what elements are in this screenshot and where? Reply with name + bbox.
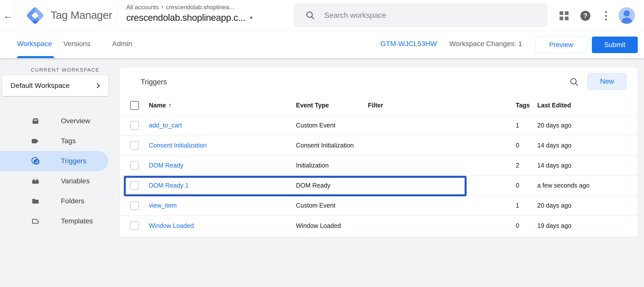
help-icon[interactable]: ?: [580, 11, 590, 21]
current-workspace-label: CURRENT WORKSPACE: [31, 67, 99, 73]
app-title: Tag Manager: [51, 9, 112, 21]
trigger-name-link[interactable]: add_to_cart: [149, 122, 182, 129]
cell-last-edited: 20 days ago: [537, 122, 637, 129]
cell-event-type: Custom Event: [296, 122, 368, 129]
cell-tags: 0: [516, 222, 537, 229]
default-workspace-selector[interactable]: Default Workspace: [2, 75, 108, 96]
container-id-link[interactable]: GTM-WJCL53HW: [380, 31, 437, 56]
table-row: view_item Custom Event 1 20 days ago: [120, 196, 637, 216]
tab-admin[interactable]: Admin: [112, 31, 132, 56]
avatar[interactable]: [618, 7, 635, 24]
column-header-filter: Filter: [368, 102, 516, 109]
cell-tags: 1: [516, 202, 537, 209]
column-header-tags: Tags: [516, 102, 537, 109]
submit-button[interactable]: Submit: [592, 37, 638, 53]
sidebar-item-label: Folders: [61, 197, 84, 205]
sidebar-item-tags[interactable]: Tags: [0, 131, 108, 151]
search-placeholder: Search workspace: [324, 11, 386, 20]
sidebar-item-folders[interactable]: Folders: [0, 191, 108, 211]
table-header-row: Name ↑ Event Type Filter Tags Last Edite…: [120, 95, 637, 115]
more-menu-icon[interactable]: [604, 11, 607, 20]
header-divider: [14, 0, 15, 19]
breadcrumb: All accounts › crescendolab.shoplinea...…: [126, 3, 253, 23]
table-search-icon[interactable]: [569, 77, 579, 87]
chevron-right-icon: [95, 82, 101, 89]
cell-last-edited: 20 days ago: [537, 202, 637, 209]
apps-grid-icon[interactable]: [560, 11, 569, 20]
person-icon: [618, 7, 635, 24]
help-glyph: ?: [583, 12, 588, 20]
column-header-last-edited: Last Edited: [537, 102, 637, 109]
new-trigger-button[interactable]: New: [587, 73, 627, 90]
row-checkbox[interactable]: [130, 161, 139, 170]
table-row: DOM Ready Initialization 2 14 days ago: [120, 156, 637, 176]
chevron-right-icon: ›: [161, 3, 163, 11]
sidebar-item-label: Variables: [61, 177, 90, 185]
trigger-name-link[interactable]: Window Loaded: [149, 222, 194, 229]
tab-versions[interactable]: Versions: [63, 31, 90, 56]
variable-icon: [31, 177, 40, 186]
trigger-name-link[interactable]: DOM Ready 1: [149, 182, 188, 189]
sidebar-item-templates[interactable]: Templates: [0, 211, 108, 231]
template-icon: [31, 217, 40, 226]
preview-button[interactable]: Preview: [535, 37, 587, 53]
cell-event-type: Consent Initialization: [296, 142, 368, 149]
search-input[interactable]: Search workspace: [294, 4, 548, 27]
cell-tags: 2: [516, 162, 537, 169]
cell-event-type: Initialization: [296, 162, 368, 169]
cell-last-edited: 19 days ago: [537, 222, 637, 229]
chevron-down-icon: ▾: [250, 15, 253, 21]
column-header-event-type: Event Type: [296, 102, 368, 109]
table-row-highlighted: DOM Ready 1 DOM Ready 0 a few seconds ag…: [120, 176, 637, 196]
cell-tags: 0: [516, 182, 537, 189]
tab-label: Versions: [63, 40, 90, 48]
sidebar-item-label: Overview: [61, 117, 90, 125]
overview-icon: [31, 116, 40, 126]
row-checkbox[interactable]: [130, 141, 139, 150]
sidebar-item-triggers[interactable]: Triggers: [0, 151, 108, 171]
cell-event-type: Window Loaded: [296, 222, 368, 229]
back-button[interactable]: ←: [2, 9, 14, 22]
sidebar-item-label: Tags: [61, 137, 76, 145]
row-checkbox[interactable]: [130, 201, 139, 210]
sidebar-nav: Overview Tags Triggers: [0, 111, 108, 231]
tab-label: Workspace: [17, 40, 52, 48]
sidebar-item-variables[interactable]: Variables: [0, 171, 108, 191]
tag-icon: [31, 136, 40, 146]
column-header-name[interactable]: Name ↑: [149, 101, 296, 109]
sort-ascending-icon: ↑: [168, 101, 172, 109]
triggers-table: Name ↑ Event Type Filter Tags Last Edite…: [120, 95, 637, 236]
trigger-name-link[interactable]: view_item: [149, 202, 177, 209]
cell-last-edited: 14 days ago: [537, 162, 637, 169]
header-divider: [117, 4, 117, 27]
triggers-panel: Triggers New Name ↑ Event Type Filter Ta…: [120, 67, 638, 237]
container-name: crescendolab.shoplineapp.c...: [126, 13, 245, 23]
trigger-name-link[interactable]: Consent Initialization: [149, 142, 207, 149]
trigger-name-link[interactable]: DOM Ready: [149, 162, 183, 169]
back-arrow-icon: ←: [3, 10, 13, 22]
tab-label: Admin: [112, 40, 132, 48]
select-all-checkbox[interactable]: [130, 101, 139, 110]
workspace-changes-label: Workspace Changes: 1: [449, 31, 522, 56]
trigger-icon: [31, 157, 40, 166]
workspace-tabbar: Workspace Versions Admin GTM-WJCL53HW Wo…: [0, 31, 644, 58]
breadcrumb-account[interactable]: crescendolab.shoplinea...: [166, 4, 234, 11]
container-selector[interactable]: crescendolab.shoplineapp.c... ▾: [126, 13, 253, 23]
cell-tags: 1: [516, 122, 537, 129]
tag-manager-logo-icon[interactable]: [24, 4, 46, 27]
sidebar-item-overview[interactable]: Overview: [0, 111, 108, 131]
page-title: Triggers: [141, 78, 167, 86]
cell-event-type: DOM Ready: [296, 182, 368, 189]
tab-workspace[interactable]: Workspace: [17, 31, 52, 56]
breadcrumb-all-accounts[interactable]: All accounts: [126, 4, 159, 11]
table-row: add_to_cart Custom Event 1 20 days ago: [120, 115, 637, 135]
sidebar: CURRENT WORKSPACE Default Workspace Over…: [0, 58, 116, 287]
cell-last-edited: 14 days ago: [537, 142, 637, 149]
row-checkbox[interactable]: [130, 121, 139, 130]
row-checkbox[interactable]: [130, 221, 139, 230]
folder-icon: [31, 197, 40, 206]
row-checkbox[interactable]: [130, 181, 139, 190]
cell-tags: 0: [516, 142, 537, 149]
app-header: ← Tag Manager All accounts › crescendola…: [0, 0, 644, 31]
sidebar-item-label: Templates: [61, 217, 93, 225]
